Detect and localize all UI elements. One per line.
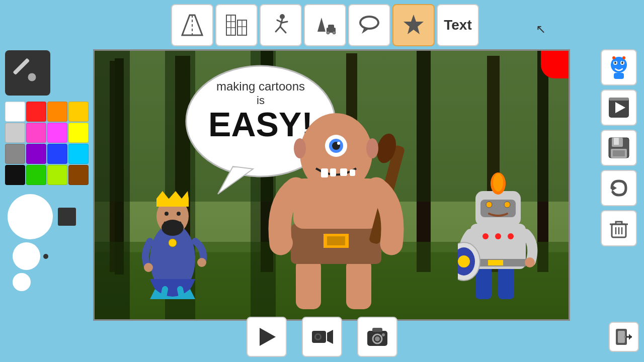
color-purple[interactable] [26, 144, 46, 164]
svg-point-100 [612, 56, 615, 59]
knight-character [458, 163, 538, 304]
color-orange[interactable] [47, 102, 67, 122]
svg-rect-112 [613, 150, 625, 156]
color-brown[interactable] [68, 165, 89, 185]
svg-point-93 [458, 255, 470, 267]
undo-button[interactable] [601, 170, 637, 206]
color-black[interactable] [5, 165, 25, 185]
tool-building[interactable] [215, 4, 258, 46]
tool-text[interactable]: Text [437, 4, 479, 46]
color-cyan[interactable] [68, 144, 89, 164]
right-panel [599, 49, 639, 246]
svg-rect-16 [328, 25, 334, 29]
svg-point-56 [197, 258, 206, 267]
svg-point-70 [337, 142, 340, 145]
svg-point-55 [144, 263, 153, 272]
svg-marker-113 [612, 185, 617, 191]
tool-scene[interactable] [304, 4, 346, 46]
svg-rect-58 [346, 259, 371, 309]
svg-point-65 [271, 232, 293, 254]
color-green[interactable] [26, 165, 46, 185]
svg-line-11 [280, 27, 286, 33]
svg-rect-61 [327, 236, 345, 245]
svg-line-13 [282, 22, 287, 23]
svg-point-123 [316, 335, 320, 339]
svg-point-54 [177, 212, 181, 216]
svg-marker-14 [317, 18, 326, 32]
svg-point-128 [382, 333, 385, 336]
brush-small[interactable] [13, 273, 31, 291]
svg-rect-72 [330, 168, 336, 176]
color-palette [5, 102, 93, 185]
giant-character [266, 103, 407, 314]
record-button[interactable] [302, 317, 342, 357]
svg-point-127 [375, 336, 380, 341]
tool-star[interactable] [392, 4, 435, 46]
svg-rect-130 [618, 331, 625, 343]
svg-rect-71 [321, 168, 328, 177]
play-button[interactable] [247, 317, 287, 357]
brush-tool[interactable] [5, 50, 50, 96]
svg-marker-22 [404, 15, 424, 34]
svg-point-83 [495, 233, 501, 239]
svg-point-76 [366, 138, 378, 158]
svg-point-82 [482, 233, 489, 239]
brush-large[interactable] [8, 194, 53, 239]
bottom-toolbar [0, 317, 644, 357]
color-gray[interactable] [5, 144, 25, 164]
tool-road[interactable] [171, 4, 213, 46]
color-light-gray[interactable] [5, 123, 25, 143]
svg-point-89 [486, 202, 492, 208]
svg-rect-74 [350, 169, 355, 176]
top-toolbar: Text [171, 4, 479, 46]
delete-button[interactable] [601, 210, 637, 246]
svg-marker-119 [260, 328, 276, 346]
svg-point-133 [624, 336, 626, 338]
color-white[interactable] [5, 102, 25, 122]
svg-marker-49 [156, 191, 169, 199]
svg-marker-42 [218, 166, 253, 194]
tool-speech[interactable] [348, 4, 390, 46]
svg-rect-104 [614, 73, 624, 79]
dot-indicator [43, 254, 48, 259]
svg-rect-88 [480, 200, 516, 217]
svg-point-98 [614, 62, 616, 64]
color-magenta[interactable] [47, 123, 67, 143]
svg-point-84 [508, 233, 514, 239]
svg-point-75 [294, 138, 306, 158]
main-canvas[interactable]: making cartoons is EASY! [93, 49, 570, 321]
color-red[interactable] [26, 102, 46, 122]
svg-rect-48 [156, 199, 189, 207]
screenshot-button[interactable] [357, 317, 397, 357]
svg-rect-81 [488, 260, 503, 265]
svg-point-17 [327, 31, 330, 34]
color-picker-small[interactable] [58, 208, 76, 226]
color-blue[interactable] [47, 144, 67, 164]
exit-button[interactable] [609, 322, 639, 352]
color-yellow-gold[interactable] [68, 102, 89, 122]
color-lime[interactable] [47, 165, 67, 185]
svg-rect-107 [609, 98, 629, 101]
red-corner-marker [541, 51, 569, 78]
svg-rect-125 [372, 328, 382, 332]
svg-point-21 [361, 18, 377, 28]
svg-rect-57 [296, 259, 321, 309]
svg-point-8 [280, 14, 285, 19]
svg-line-10 [276, 27, 280, 32]
character-panel-button[interactable] [601, 49, 637, 85]
svg-rect-110 [614, 138, 619, 145]
save-button[interactable] [601, 130, 637, 166]
color-yellow[interactable] [68, 123, 89, 143]
preview-button[interactable] [601, 89, 637, 126]
brush-medium[interactable] [13, 242, 40, 270]
svg-marker-50 [169, 191, 182, 199]
tool-person[interactable] [260, 4, 302, 46]
cursor-icon: ↖ [536, 22, 546, 36]
svg-marker-51 [182, 191, 189, 199]
king-character [137, 168, 208, 299]
svg-rect-24 [26, 71, 38, 83]
color-pink[interactable] [26, 123, 46, 143]
svg-point-53 [165, 212, 169, 216]
svg-point-90 [504, 202, 510, 208]
svg-marker-121 [327, 330, 333, 344]
